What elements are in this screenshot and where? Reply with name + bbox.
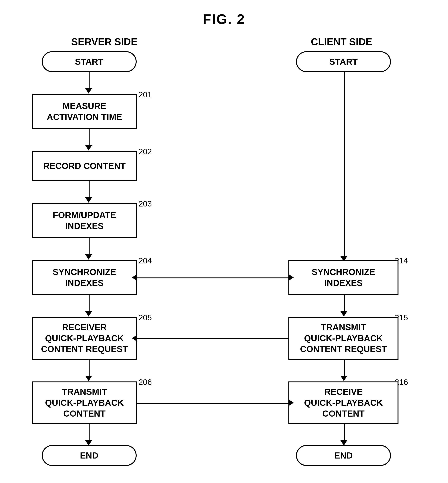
arrow-start-201 (89, 72, 89, 89)
arrowhead-214-215 (340, 311, 347, 317)
arrow-204-205 (89, 295, 89, 312)
arrowhead-202-203 (85, 197, 92, 203)
client-start-node: START (296, 51, 391, 72)
step-206-label: 206 (138, 378, 152, 387)
arrow-206-end (89, 424, 89, 441)
arrow-203-204 (89, 238, 89, 255)
transmit-content-arrow-h (137, 403, 289, 404)
step-203-label: 203 (138, 199, 152, 208)
diagram-area: SERVER SIDE CLIENT SIDE START 201 MEASUR… (0, 30, 448, 483)
arrow-215-216 (344, 360, 345, 377)
arrowhead-201-202 (85, 145, 92, 151)
arrow-client-start-214 (344, 72, 345, 257)
server-end-node: END (42, 445, 137, 466)
arrowhead-205-206 (85, 376, 92, 381)
figure-title: FIG. 2 (0, 0, 448, 27)
step-201-box: MEASURE ACTIVATION TIME (32, 94, 137, 129)
server-start-node: START (42, 51, 137, 72)
server-side-header: SERVER SIDE (0, 36, 209, 48)
transmit-request-arrowhead-left (132, 335, 137, 342)
sync-arrowhead-right (288, 274, 294, 281)
arrow-202-203 (89, 181, 89, 198)
step-204-label: 204 (138, 256, 152, 265)
client-side-header: CLIENT SIDE (237, 36, 446, 48)
arrow-201-202 (89, 129, 89, 146)
step-204-box: SYNCHRONIZE INDEXES (32, 260, 137, 295)
sync-arrowhead-left (132, 274, 137, 281)
arrow-205-206 (89, 360, 89, 377)
step-206-box: TRANSMIT QUICK-PLAYBACK CONTENT (32, 381, 137, 424)
step-214-box: SYNCHRONIZE INDEXES (288, 260, 399, 295)
arrow-214-215 (344, 295, 345, 312)
step-215-box: TRANSMIT QUICK-PLAYBACK CONTENT REQUEST (288, 317, 399, 360)
transmit-content-arrowhead-right (288, 399, 294, 406)
step-203-box: FORM/UPDATE INDEXES (32, 203, 137, 238)
step-216-box: RECEIVE QUICK-PLAYBACK CONTENT (288, 381, 399, 424)
page-container: FIG. 2 SERVER SIDE CLIENT SIDE START 201… (0, 0, 448, 483)
step-205-label: 205 (138, 313, 152, 322)
arrowhead-206-end (85, 440, 92, 446)
sync-arrow-h (137, 277, 289, 278)
transmit-request-arrow-h (137, 338, 289, 339)
arrowhead-start-201 (85, 88, 92, 94)
step-205-box: RECEIVER QUICK-PLAYBACK CONTENT REQUEST (32, 317, 137, 360)
arrowhead-204-205 (85, 311, 92, 317)
step-202-box: RECORD CONTENT (32, 151, 137, 181)
arrow-216-end (344, 424, 345, 441)
arrowhead-216-end (340, 440, 347, 446)
step-202-label: 202 (138, 147, 152, 156)
arrowhead-203-204 (85, 254, 92, 260)
client-end-node: END (296, 445, 391, 466)
arrowhead-215-216 (340, 376, 347, 381)
step-201-label: 201 (138, 90, 152, 99)
